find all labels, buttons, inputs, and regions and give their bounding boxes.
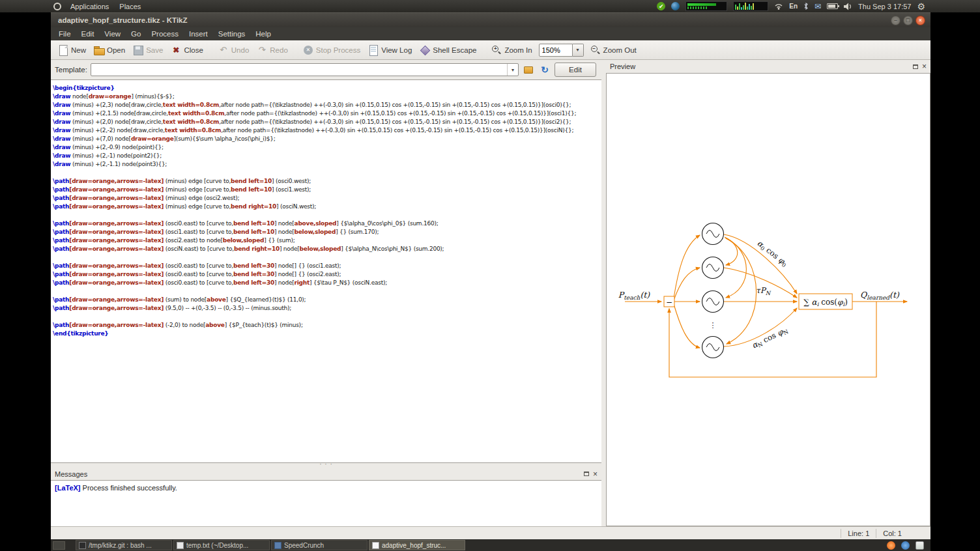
code-line: \draw (minus) +(2,3) node[draw,circle,te… [53,101,600,109]
code-line: \draw (minus) +(7,0) node[draw=orange](s… [53,135,600,143]
template-bar: Template: ▾ ↻ Edit [51,60,601,79]
code-line [53,211,600,219]
view-log-label: View Log [381,46,412,54]
preview-canvas[interactable]: − ⋮ Pteach(t) ∑ αi cos(φi) Qlearned(t) [606,73,930,526]
mail-icon[interactable]: ✉ [814,3,821,10]
shell-escape-button[interactable]: Shell Escape [416,43,480,57]
status-bar: Line: 1 Col: 1 [51,526,930,539]
monitor-bar [687,3,716,6]
sum-label: ∑ αi cos(φi) [803,298,848,308]
taskbar-window-button[interactable]: SpeedCrunch [271,540,368,550]
new-button[interactable]: New [55,43,89,57]
float-dock-icon[interactable] [584,472,589,476]
editor-messages-splitter[interactable] [51,463,601,468]
chevron-down-icon[interactable]: ▾ [507,64,518,76]
maximize-button[interactable]: □ [903,16,913,25]
places-menu[interactable]: Places [115,1,145,12]
save-floppy-icon [133,45,143,55]
applications-menu[interactable]: Applications [66,1,113,12]
tray-app-icon[interactable] [915,541,924,550]
log-prefix: [LaTeX] [55,484,81,492]
wifi-icon[interactable] [774,3,783,10]
code-editor[interactable]: \begin{tikzpicture}\draw node[draw=orang… [51,79,601,463]
keyboard-layout-indicator[interactable]: En [789,3,798,10]
zoom-level-input[interactable] [539,44,573,57]
code-line: \path[draw=orange,arrows=-latex] (sum) t… [53,296,600,304]
menu-edit[interactable]: Edit [76,29,100,39]
messages-log[interactable]: [LaTeX] Process finished successfully. [51,480,601,526]
menu-view[interactable]: View [99,29,126,39]
close-dock-icon[interactable]: × [922,63,927,70]
template-edit-button[interactable]: Edit [555,63,596,77]
taskbar-items: /tmp/ktikz.git : bash ...temp.txt (~/Des… [76,540,467,550]
code-line: \path[draw=orange,arrows=-latex] (minus)… [53,203,600,211]
editor-preview-splitter[interactable] [601,60,606,526]
float-dock-icon[interactable] [913,64,918,69]
code-line: \draw (minus) +(2,-0.9) node(point){}; [53,143,600,152]
oscillator-nodes [702,223,724,358]
zoom-in-button[interactable]: + Zoom In [488,43,535,57]
template-input[interactable] [91,66,507,74]
ktikz-icon [372,542,379,549]
code-line: \draw (minus) +(2,1.5) node[draw,circle,… [53,109,600,118]
redo-button: ↷ Redo [253,43,291,57]
close-file-button[interactable]: ✖ Close [167,43,206,57]
save-button: Save [130,43,166,57]
close-window-button[interactable]: × [915,16,925,25]
menu-settings[interactable]: Settings [213,29,251,39]
plus-glyph: + [492,46,498,52]
preview-dock-header: Preview × [606,60,930,73]
clock[interactable]: Thu Sep 3 17:57 [858,3,911,10]
open-button[interactable]: Open [91,43,128,57]
template-open-button[interactable] [522,63,535,76]
messages-title: Messages [55,470,87,478]
volume-icon[interactable] [844,3,852,10]
taskbar-window-button[interactable]: temp.txt (~/Desktop... [173,540,270,550]
taskbar-window-button[interactable]: /tmp/ktikz.git : bash ... [76,540,172,550]
minimize-button[interactable]: − [891,16,901,25]
bluetooth-icon[interactable] [803,2,809,10]
zoom-out-button[interactable]: − Zoom Out [587,43,640,57]
code-line: \path[draw=orange,arrows=-latex] (osci0.… [53,279,600,287]
check-status-icon[interactable]: ✔ [657,2,665,10]
zoom-dropdown-button[interactable]: ▾ [573,44,584,57]
tray-orange-icon[interactable] [887,541,895,550]
code-line: \path[draw=orange,arrows=-latex] (osci1.… [53,228,600,236]
view-log-button[interactable]: View Log [365,43,415,57]
template-combobox: ▾ [91,63,519,76]
panel-menus: Applications Places [0,1,145,12]
gear-icon[interactable]: ⚙ [917,2,925,11]
template-label: Template: [55,66,87,74]
taskbar-window-button[interactable]: adaptive_hopf_struc... [369,540,465,550]
tray-blue-icon[interactable] [901,541,910,550]
menu-go[interactable]: Go [126,29,146,39]
shell-escape-icon [420,45,430,55]
zoom-level-combobox: ▾ [539,44,584,57]
menu-help[interactable]: Help [250,29,276,39]
template-reload-button[interactable]: ↻ [538,63,551,76]
code-line: \draw (minus) +(2,-1) node(point2){}; [53,152,600,160]
code-line [53,313,600,321]
system-monitor-widget[interactable] [685,1,727,11]
code-line: \path[draw=orange,arrows=-latex] (osci2.… [53,236,600,245]
window-titlebar[interactable]: adaptive_hopf_structure.tikz - KTikZ − □… [51,12,930,27]
desktop-top-panel: Applications Places ✔ En [0,0,980,12]
taskbar-window-label: adaptive_hopf_struc... [382,542,446,549]
log-text: Process finished successfully. [81,484,177,492]
menu-insert[interactable]: Insert [184,29,213,39]
battery-icon[interactable] [827,3,838,9]
undo-label: Undo [231,46,250,54]
code-line: \path[draw=orange,arrows=-latex] (minus)… [53,177,600,186]
distributor-logo-icon[interactable] [53,3,61,10]
show-desktop-button[interactable] [53,541,65,550]
editor-pane: Template: ▾ ↻ Edit \begin{tikzpicture}\d… [51,60,601,526]
minus-label: − [666,298,672,307]
menu-process[interactable]: Process [146,29,184,39]
code-line [53,169,600,177]
close-dock-icon[interactable]: × [593,471,598,477]
menu-file[interactable]: File [53,29,76,39]
minus-to-osciN [674,304,700,348]
cpu-history-widget[interactable] [733,1,768,11]
globe-icon[interactable] [671,2,680,10]
code-line: \path[draw=orange,arrows=-latex] (minus)… [53,186,600,194]
